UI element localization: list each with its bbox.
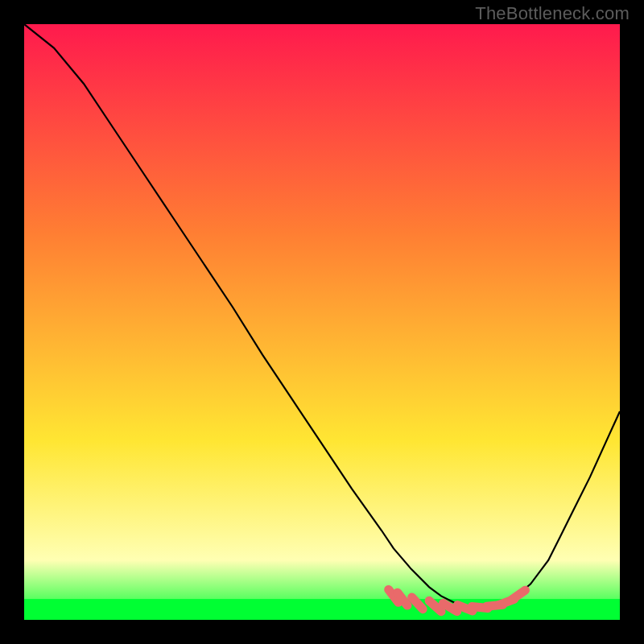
watermark-text: TheBottleneck.com [475, 3, 630, 24]
chart-area [24, 24, 620, 620]
valid-band [24, 599, 620, 620]
gradient-background [24, 24, 620, 620]
chart-svg [24, 24, 620, 620]
